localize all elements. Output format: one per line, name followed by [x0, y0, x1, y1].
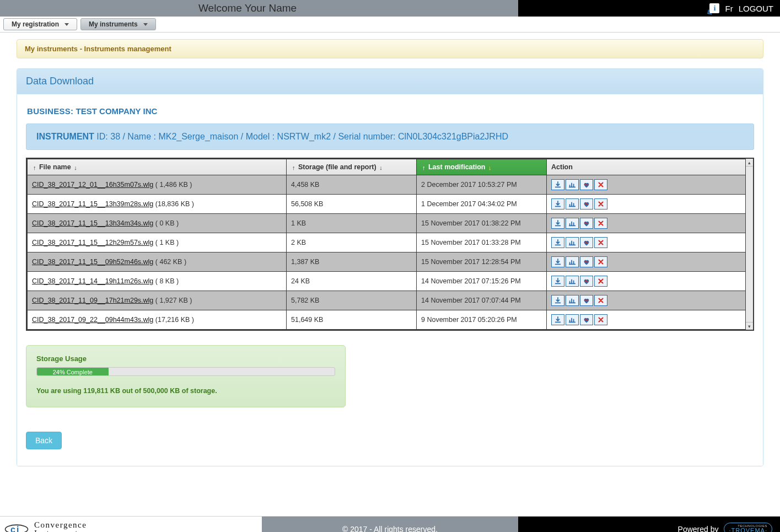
- caret-down-icon: [64, 23, 69, 26]
- nav-my-registration[interactable]: My registration: [3, 18, 77, 30]
- action-cell: [547, 195, 753, 214]
- footer-company-l1: Convergence: [34, 521, 87, 529]
- sort-asc-icon[interactable]: [422, 164, 426, 171]
- heart-icon[interactable]: [580, 276, 593, 287]
- sort-desc-icon[interactable]: [74, 164, 77, 171]
- storage-progress-bar: 24% Complete: [37, 368, 109, 375]
- convergence-logo-icon: c i: [3, 521, 30, 533]
- file-size: ( 0 KB ): [155, 219, 179, 227]
- trovema-logo: TECHNOLOGIES ·TROVEMA·: [724, 523, 772, 532]
- chart-icon[interactable]: [566, 218, 579, 229]
- col-label: Action: [551, 163, 573, 171]
- storage-cell: 51,649 KB: [287, 310, 417, 330]
- scroll-down-icon[interactable]: ▾: [746, 322, 753, 330]
- back-button[interactable]: Back: [26, 432, 62, 449]
- delete-icon[interactable]: [594, 218, 607, 229]
- table-row: CID_38_2017_11_15__12h29m57s.wlg ( 1 KB …: [28, 233, 753, 252]
- chart-icon[interactable]: [566, 276, 579, 287]
- heart-icon[interactable]: [580, 295, 593, 306]
- chart-icon[interactable]: [566, 295, 579, 306]
- welcome-text: Welcome Your Name: [198, 2, 297, 14]
- sort-desc-icon[interactable]: [379, 164, 383, 171]
- delete-icon[interactable]: [594, 198, 607, 209]
- storage-cell: 2 KB: [287, 233, 417, 252]
- file-link[interactable]: CID_38_2017_11_09__17h21m29s.wlg: [32, 297, 153, 304]
- logout-link[interactable]: LOGOUT: [739, 4, 773, 13]
- heart-icon[interactable]: [580, 237, 593, 248]
- heart-icon[interactable]: [580, 218, 593, 229]
- delete-icon[interactable]: [594, 237, 607, 248]
- action-cell: [547, 291, 753, 310]
- footer-powered-by: Powered by: [678, 525, 719, 533]
- col-storage[interactable]: Storage (file and report): [287, 159, 417, 175]
- sort-asc-icon[interactable]: [292, 164, 295, 171]
- table-row: CID_38_2017_12_01__16h35m07s.wlg ( 1,486…: [28, 175, 753, 195]
- files-table-wrap: File name Storage (file and report) Last: [26, 158, 754, 331]
- table-row: CID_38_2017_11_15__13h39m28s.wlg (18,836…: [28, 195, 753, 214]
- download-icon[interactable]: [551, 198, 564, 209]
- heart-icon[interactable]: [580, 314, 593, 325]
- file-link[interactable]: CID_38_2017_11_15__09h52m46s.wlg: [32, 258, 153, 266]
- business-label: BUSINESS:: [27, 106, 73, 116]
- file-link[interactable]: CID_38_2017_09_22__09h44m43s.wlg: [32, 316, 153, 324]
- scroll-up-icon[interactable]: ▴: [746, 159, 753, 166]
- file-size: ( 462 KB ): [155, 258, 186, 266]
- storage-cell: 4,458 KB: [287, 175, 417, 195]
- heart-icon[interactable]: [580, 256, 593, 267]
- table-row: CID_38_2017_11_15__09h52m46s.wlg ( 462 K…: [28, 252, 753, 272]
- file-link[interactable]: CID_38_2017_11_15__13h39m28s.wlg: [32, 200, 153, 208]
- svg-text:c: c: [10, 525, 15, 532]
- file-link[interactable]: CID_38_2017_11_14__19h11m26s.wlg: [32, 277, 153, 285]
- download-icon[interactable]: [551, 256, 564, 267]
- modified-cell: 14 November 2017 07:07:44 PM: [417, 291, 547, 310]
- footer-copyright: © 2017 - All rights reserved.: [262, 517, 518, 532]
- col-last-modification[interactable]: Last modification: [417, 159, 547, 175]
- table-scrollbar[interactable]: ▴ ▾: [745, 159, 753, 330]
- action-cell: [547, 272, 753, 291]
- breadcrumb: My instruments - Instruments management: [17, 39, 763, 58]
- action-cell: [547, 310, 753, 330]
- download-icon[interactable]: [551, 276, 564, 287]
- language-link[interactable]: Fr: [725, 4, 733, 13]
- nav-label: My registration: [12, 20, 59, 28]
- modified-cell: 2 December 2017 10:53:27 PM: [417, 175, 547, 195]
- file-link[interactable]: CID_38_2017_11_15__12h29m57s.wlg: [32, 239, 153, 246]
- download-icon[interactable]: [551, 179, 564, 190]
- download-icon[interactable]: [551, 314, 564, 325]
- nav-my-instruments[interactable]: My instruments: [80, 18, 156, 30]
- col-file-name[interactable]: File name: [28, 159, 287, 175]
- chart-icon[interactable]: [566, 179, 579, 190]
- welcome-banner: Welcome Your Name: [0, 0, 518, 17]
- sort-asc-icon[interactable]: [33, 164, 36, 171]
- file-size: (18,836 KB ): [155, 200, 194, 208]
- file-link[interactable]: CID_38_2017_12_01__16h35m07s.wlg: [32, 181, 153, 189]
- file-size: (17,216 KB ): [155, 316, 194, 324]
- delete-icon[interactable]: [594, 276, 607, 287]
- chart-icon[interactable]: [566, 256, 579, 267]
- chart-icon[interactable]: [566, 237, 579, 248]
- col-action: Action: [547, 159, 753, 175]
- nav-bar: My registration My instruments: [0, 17, 780, 33]
- heart-icon[interactable]: [580, 198, 593, 209]
- info-icon[interactable]: i: [709, 3, 719, 13]
- delete-icon[interactable]: [594, 295, 607, 306]
- sort-desc-icon[interactable]: [488, 164, 492, 171]
- action-cell: [547, 252, 753, 272]
- download-icon[interactable]: [551, 237, 564, 248]
- convergence-logo: c i Convergence Instruments: [3, 521, 87, 533]
- download-icon[interactable]: [551, 218, 564, 229]
- file-link[interactable]: CID_38_2017_11_15__13h34m34s.wlg: [32, 219, 153, 227]
- chart-icon[interactable]: [566, 314, 579, 325]
- svg-text:i: i: [17, 525, 19, 532]
- chart-icon[interactable]: [566, 198, 579, 209]
- delete-icon[interactable]: [594, 179, 607, 190]
- modified-cell: 15 November 2017 12:28:54 PM: [417, 252, 547, 272]
- delete-icon[interactable]: [594, 256, 607, 267]
- caret-down-icon: [143, 23, 148, 26]
- file-size: ( 1 KB ): [155, 239, 179, 246]
- delete-icon[interactable]: [594, 314, 607, 325]
- download-icon[interactable]: [551, 295, 564, 306]
- heart-icon[interactable]: [580, 179, 593, 190]
- storage-cell: 24 KB: [287, 272, 417, 291]
- table-row: CID_38_2017_09_22__09h44m43s.wlg (17,216…: [28, 310, 753, 330]
